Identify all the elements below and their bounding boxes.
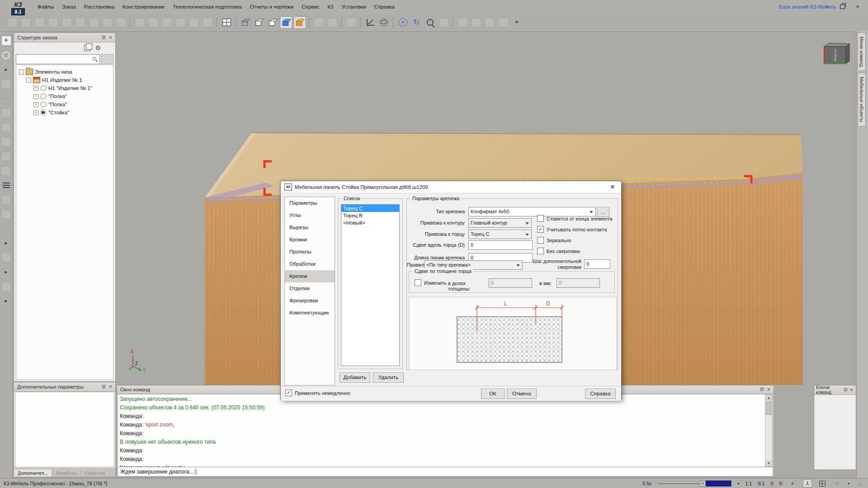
expander-icon[interactable]: - <box>19 70 24 75</box>
tool-5-icon[interactable] <box>0 150 12 162</box>
scheme-icon[interactable] <box>84 45 90 51</box>
dock-tab[interactable]: Меню команд <box>858 33 866 71</box>
search-button[interactable] <box>101 54 113 64</box>
scroll-down-icon[interactable]: ▼ <box>765 460 772 466</box>
resize-grip[interactable] <box>857 481 862 486</box>
tool-7-icon[interactable] <box>0 194 12 206</box>
list-item[interactable]: <Новый> <box>341 219 399 226</box>
scrollbar[interactable]: ▲ ▼ <box>765 394 773 467</box>
menu-item[interactable]: Сервис <box>297 2 323 11</box>
menu-item[interactable]: Справка <box>370 2 399 11</box>
tree-item[interactable]: - Элементы низа <box>16 68 113 76</box>
more-dropdown-icon[interactable] <box>510 16 523 29</box>
dialog-tab[interactable]: Отделки <box>285 282 335 295</box>
statusbar-dropdown-icon[interactable]: ▾ <box>848 482 849 486</box>
dialog-tab[interactable]: Кромки <box>285 234 335 246</box>
tree-item[interactable]: + "Полка" <box>16 92 113 100</box>
panels-stack-icon[interactable] <box>0 179 12 191</box>
ok-button[interactable]: ОК <box>481 389 505 399</box>
expander-icon[interactable]: - <box>26 78 31 83</box>
save-order-icon[interactable] <box>33 16 46 29</box>
pan-icon[interactable]: + <box>396 16 409 29</box>
tool-1-icon[interactable] <box>0 78 12 90</box>
contour-select[interactable]: Главный контур <box>468 218 532 228</box>
fraction-input[interactable]: 0 <box>489 278 532 288</box>
select-crosshair-icon[interactable]: + <box>0 35 12 47</box>
close-button[interactable]: × <box>850 0 865 14</box>
list-item[interactable]: Торец В <box>341 212 399 219</box>
hidden-line-view-icon[interactable] <box>253 16 265 29</box>
menu-item[interactable]: К3 <box>324 2 338 11</box>
delete-icon[interactable] <box>201 16 214 29</box>
scroll-up-icon[interactable]: ▲ <box>765 395 772 401</box>
menu-item[interactable]: Заказ <box>58 2 80 11</box>
dialog-title-bar[interactable]: К3 Мебельная панель Стойка Прямоугольная… <box>281 181 621 193</box>
background-color-swatch[interactable] <box>705 480 731 487</box>
dialog-tab[interactable]: Углы <box>285 209 335 221</box>
tree-item[interactable]: + Н1 "Изделие № 1" <box>16 84 113 92</box>
undo-icon[interactable] <box>133 16 146 29</box>
slider-dropdown-icon[interactable]: ▾ <box>700 481 706 487</box>
grid-icon[interactable] <box>818 479 827 488</box>
dialog-close-button[interactable]: ✕ <box>605 182 620 192</box>
orbit-icon[interactable]: ↻ <box>410 16 423 29</box>
contact-spot-checkbox[interactable]: Учитывать пятно контакта <box>537 226 613 233</box>
pin-icon[interactable] <box>760 387 764 392</box>
from-end-checkbox[interactable]: Ставится от конца элемента <box>537 215 613 222</box>
cancel-button[interactable]: Отмена <box>507 389 537 399</box>
viewports-icon[interactable] <box>220 16 233 29</box>
color-dropdown-icon[interactable]: ▾ <box>737 482 739 486</box>
save-all-icon[interactable] <box>47 16 59 29</box>
menu-item[interactable]: Конструирование <box>118 2 169 11</box>
flyout-arrow-icon[interactable]: ► <box>0 237 12 249</box>
settings-gear-icon[interactable]: ⚙ <box>833 479 842 488</box>
tool-9-icon[interactable] <box>0 252 12 263</box>
wireframe-view-icon[interactable] <box>239 16 252 29</box>
menu-item[interactable]: Файлы <box>33 2 58 11</box>
close-icon[interactable]: × <box>108 384 113 390</box>
import-icon[interactable] <box>101 16 113 29</box>
copy-icon[interactable] <box>174 16 187 29</box>
tree-item[interactable]: - Н1 Изделие № 1 <box>16 76 113 84</box>
render-icon[interactable] <box>312 16 325 29</box>
menu-item[interactable]: Расстановка <box>80 2 118 11</box>
panel-tab[interactable]: Свойства <box>81 469 109 477</box>
sheet-icon[interactable] <box>114 16 127 29</box>
print-icon[interactable] <box>60 16 73 29</box>
dialog-tab[interactable]: Пропилы <box>285 246 335 258</box>
add-button[interactable]: Добавить <box>340 372 370 383</box>
wireframe-sphere-icon[interactable] <box>377 16 390 29</box>
texture-icon[interactable] <box>483 16 496 29</box>
print-preview-icon[interactable] <box>74 16 86 29</box>
fill-icon[interactable] <box>456 16 469 29</box>
apply-immediately-checkbox[interactable]: Применять немедленно <box>285 389 350 396</box>
restore-button[interactable] <box>835 0 850 14</box>
help-button[interactable]: Справка <box>585 389 616 399</box>
tool-4-icon[interactable] <box>0 136 12 148</box>
flyout-arrow-icon[interactable]: ► <box>0 266 12 278</box>
tool-3-icon[interactable] <box>0 122 12 133</box>
scroll-thumb[interactable] <box>766 401 772 415</box>
tool-10-icon[interactable] <box>0 281 12 292</box>
flyout-arrow-icon[interactable]: ► <box>0 64 12 75</box>
brush-icon[interactable] <box>470 16 482 29</box>
mm-input[interactable]: 0 <box>557 278 600 288</box>
expander-icon[interactable]: + <box>33 102 38 107</box>
pin-icon[interactable] <box>101 385 106 389</box>
textured-view-icon[interactable] <box>293 16 306 29</box>
dialog-tab[interactable]: Комплектующие <box>285 307 335 319</box>
object-snap-icon[interactable]: ⌖ <box>788 479 797 488</box>
export-icon[interactable] <box>87 16 100 29</box>
dialog-tab[interactable]: Вырезы <box>285 221 335 234</box>
flyout-arrow-icon[interactable]: ► <box>0 295 12 307</box>
tool-2-icon[interactable] <box>0 107 12 119</box>
expander-icon[interactable]: + <box>33 110 38 115</box>
dialog-tab[interactable]: Параметры <box>285 197 335 209</box>
search-input[interactable] <box>16 54 100 64</box>
pin-icon[interactable] <box>101 35 106 40</box>
menu-item[interactable]: Технологическая подготовка <box>169 2 245 11</box>
no-drilling-checkbox[interactable]: Без сверловки <box>537 248 613 254</box>
settings-gear-icon[interactable]: ⚙ <box>95 44 101 52</box>
tree-item[interactable]: + "Полка" <box>16 100 113 108</box>
close-icon[interactable]: × <box>108 35 113 41</box>
